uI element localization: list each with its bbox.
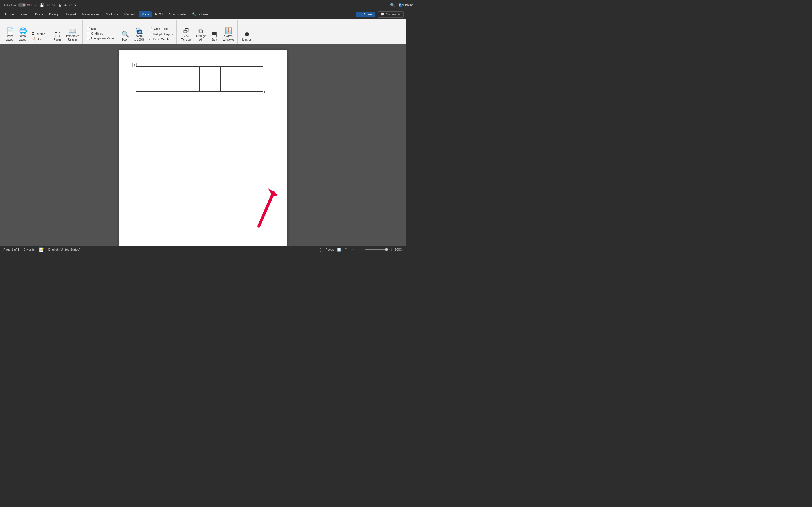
multiple-pages-button[interactable]: ⬚ Multiple Pages	[147, 32, 174, 36]
table-cell[interactable]	[136, 67, 157, 73]
table-cell[interactable]	[157, 67, 179, 73]
zoom-button[interactable]: 🔍 Zoom	[120, 30, 131, 43]
menu-design[interactable]: Design	[46, 11, 62, 17]
menu-references[interactable]: References	[79, 11, 102, 17]
document-title: Document1	[397, 3, 406, 7]
focus-mode-label[interactable]: Focus	[326, 248, 334, 251]
table-cell[interactable]	[242, 79, 263, 86]
menu-layout[interactable]: Layout	[63, 11, 79, 17]
table-cell[interactable]	[242, 73, 263, 79]
language[interactable]: English (United States)	[49, 248, 80, 251]
document-page[interactable]: ✛	[119, 50, 287, 245]
spellcheck-icon[interactable]: ABC	[64, 3, 72, 7]
print-layout-button[interactable]: 📄 PrintLayout	[4, 27, 16, 43]
zoom-out-icon[interactable]: −	[361, 247, 363, 252]
arrange-all-icon: ⧉	[199, 28, 203, 34]
table-row[interactable]	[136, 86, 263, 92]
navigation-pane-checkbox[interactable]: Navigation Pane	[86, 36, 115, 40]
print-view-icon[interactable]: 📄	[336, 247, 342, 252]
table-cell[interactable]	[136, 79, 157, 86]
navigation-pane-input[interactable]	[87, 37, 90, 40]
new-window-button[interactable]: 🗗 NewWindow	[180, 27, 193, 43]
zoom-in-icon[interactable]: +	[390, 247, 393, 252]
ruler-checkbox[interactable]: Ruler	[86, 27, 115, 31]
table-resize-handle[interactable]	[262, 91, 265, 93]
split-icon: ⬒	[211, 31, 217, 38]
switch-windows-button[interactable]: 🪟 SwitchWindows	[221, 27, 236, 43]
views-items: 📄 PrintLayout 🌐 WebLayout ☰ Outline 📝 Dr…	[4, 27, 47, 43]
focus-status-icon[interactable]: ⬚	[320, 247, 323, 252]
print-icon[interactable]: 🖨	[58, 3, 62, 7]
table-cell[interactable]	[220, 86, 242, 92]
title-bar-left: AutoSave OFF ⌂ 💾 ↩ ↪ 🖨 ABC ▾	[3, 3, 77, 7]
autosave-toggle[interactable]	[18, 3, 26, 7]
table-cell[interactable]	[199, 67, 220, 73]
view-mode-icons: 📄 ⬚ ≡	[336, 247, 356, 252]
menu-draw[interactable]: Draw	[32, 11, 46, 17]
comments-button[interactable]: 💬 Comments	[377, 11, 404, 18]
web-layout-icon: 🌐	[19, 28, 27, 34]
zoom-100-icon-wrap: 🔍 100	[135, 28, 143, 34]
document-table[interactable]	[136, 66, 263, 92]
gridlines-checkbox[interactable]: Gridlines	[86, 32, 115, 36]
table-cell[interactable]	[136, 86, 157, 92]
table-cell[interactable]	[179, 67, 200, 73]
outline-icon: ☰	[32, 32, 35, 36]
zoom-items: 🔍 Zoom 🔍 100 Zoomto 100% 📄 One Page ⬚ Mu…	[120, 26, 175, 43]
table-cell[interactable]	[199, 73, 220, 79]
menu-rcm[interactable]: RCM	[152, 11, 165, 17]
menu-tell-me[interactable]: 🔦 Tell me	[189, 11, 211, 17]
save-icon[interactable]: 💾	[40, 3, 44, 7]
zoom-slider[interactable]	[365, 249, 388, 250]
menu-mailings[interactable]: Mailings	[103, 11, 121, 17]
ruler-input[interactable]	[87, 27, 90, 31]
macros-button[interactable]: ⏺ Macros	[241, 30, 253, 43]
dropdown-icon[interactable]: ▾	[74, 3, 77, 7]
search-icon[interactable]: 🔍	[390, 3, 395, 7]
gridlines-input[interactable]	[87, 32, 90, 35]
immersive-reader-button[interactable]: 📖 ImmersiveReader	[64, 27, 81, 43]
table-cell[interactable]	[220, 79, 242, 86]
arrange-all-button[interactable]: ⧉ ArrangeAll	[194, 27, 207, 43]
table-cell[interactable]	[136, 73, 157, 79]
menu-insert[interactable]: Insert	[17, 11, 32, 17]
page-width-button[interactable]: ↔ Page Width	[147, 37, 174, 41]
home-icon[interactable]: ⌂	[35, 3, 37, 7]
new-window-icon: 🗗	[183, 28, 189, 34]
zoom-100-button[interactable]: 🔍 100 Zoomto 100%	[132, 27, 146, 43]
zoom-slider-fill	[365, 249, 388, 250]
table-cell[interactable]	[220, 67, 242, 73]
menu-home[interactable]: Home	[2, 11, 17, 17]
table-cell[interactable]	[157, 79, 179, 86]
table-cell[interactable]	[179, 73, 200, 79]
table-row[interactable]	[136, 73, 263, 79]
immersive-items: ⬚ Focus 📖 ImmersiveReader	[52, 27, 81, 43]
table-cell[interactable]	[242, 86, 263, 92]
read-view-icon[interactable]: ≡	[350, 247, 356, 252]
web-layout-button[interactable]: 🌐 WebLayout	[17, 27, 29, 43]
menu-view[interactable]: View	[139, 11, 152, 17]
focus-button[interactable]: ⬚ Focus	[52, 30, 63, 43]
proofread-icon[interactable]: 📝	[39, 247, 44, 252]
outline-button[interactable]: ☰ Outline	[30, 31, 47, 36]
table-cell[interactable]	[220, 73, 242, 79]
web-view-icon[interactable]: ⬚	[343, 247, 349, 252]
draft-button[interactable]: 📝 Draft	[30, 37, 47, 41]
zoom-level: 100%	[395, 248, 403, 251]
table-cell[interactable]	[157, 73, 179, 79]
table-cell[interactable]	[242, 67, 263, 73]
table-row[interactable]	[136, 79, 263, 86]
table-cell[interactable]	[179, 79, 200, 86]
split-button[interactable]: ⬒ Split	[209, 30, 220, 43]
share-button[interactable]: ↗ Share	[356, 11, 375, 17]
table-cell[interactable]	[199, 79, 220, 86]
table-cell[interactable]	[199, 86, 220, 92]
table-row[interactable]	[136, 67, 263, 73]
one-page-button[interactable]: 📄 One Page	[147, 26, 174, 31]
undo-icon[interactable]: ↩	[47, 3, 50, 7]
table-cell[interactable]	[179, 86, 200, 92]
menu-grammarly[interactable]: Grammarly	[166, 11, 188, 17]
table-cell[interactable]	[157, 86, 179, 92]
menu-review[interactable]: Review	[121, 11, 138, 17]
redo-icon[interactable]: ↪	[52, 3, 56, 7]
